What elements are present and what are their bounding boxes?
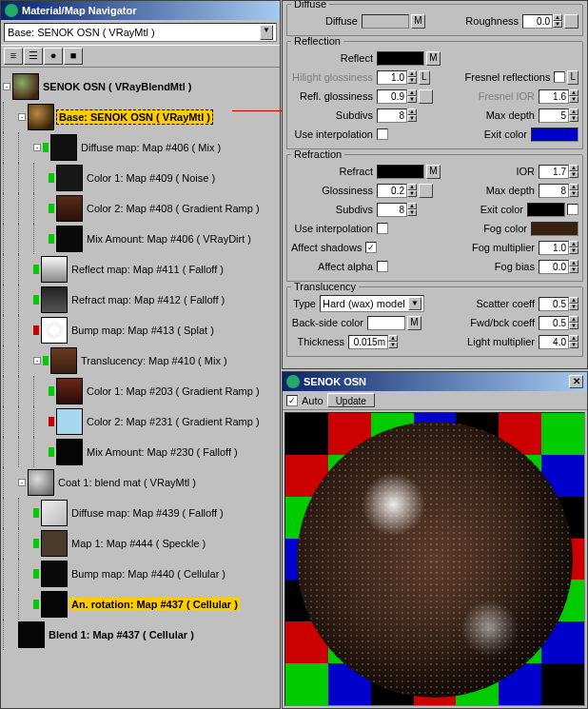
fog-bias-spinner[interactable]: ▲▼ [539, 260, 578, 274]
light-mult-spinner[interactable]: ▲▼ [539, 335, 578, 349]
material-swatch[interactable] [41, 286, 68, 313]
update-button[interactable]: Update [327, 393, 375, 407]
diffuse-map-button[interactable]: M [411, 14, 425, 29]
refr-interp-checkbox[interactable] [377, 223, 388, 234]
material-swatch[interactable] [50, 134, 77, 161]
material-swatch[interactable] [12, 73, 39, 100]
material-swatch[interactable] [56, 439, 83, 465]
hilight-lock-button[interactable]: L [419, 70, 430, 85]
refl-interp-checkbox[interactable] [377, 128, 388, 140]
enabled-flag[interactable] [49, 204, 54, 213]
tree-toggle[interactable]: - [3, 83, 10, 90]
refl-gloss-map-button[interactable] [419, 89, 433, 104]
material-swatch[interactable] [28, 104, 54, 130]
dropdown-icon[interactable]: ▼ [408, 297, 421, 310]
material-swatch[interactable] [56, 165, 83, 191]
tree-node[interactable]: Color 2: Map #408 ( Gradient Ramp ) [3, 193, 278, 224]
enabled-flag[interactable] [33, 600, 39, 609]
enabled-flag[interactable] [49, 447, 54, 457]
diffuse-color[interactable] [362, 14, 409, 29]
material-swatch[interactable] [56, 408, 83, 435]
material-swatch[interactable] [41, 591, 68, 618]
material-swatch[interactable] [56, 226, 83, 252]
refract-map-button[interactable]: M [426, 165, 441, 179]
material-swatch[interactable] [18, 621, 45, 648]
tree-node[interactable]: Color 1: Map #409 ( Noise ) [3, 163, 278, 193]
tree-node[interactable]: Blend 1: Map #437 ( Cellular ) [3, 620, 278, 650]
tree-node[interactable]: -Translucency: Map #410 ( Mix ) [3, 345, 278, 376]
material-swatch[interactable] [28, 469, 54, 496]
enabled-flag[interactable] [33, 325, 39, 335]
view-cube-button[interactable]: ■ [64, 48, 83, 65]
back-color-map-button[interactable]: M [407, 316, 421, 330]
affect-shadows-checkbox[interactable]: ✓ [365, 242, 377, 253]
scatter-spinner[interactable]: ▲▼ [539, 297, 578, 311]
fwd-spinner[interactable]: ▲▼ [539, 316, 578, 330]
material-swatch[interactable] [50, 347, 77, 374]
tree-node[interactable]: Mix Amount: Map #406 ( VRayDirt ) [3, 224, 278, 254]
tree-node[interactable]: Bump map: Map #413 ( Splat ) [3, 315, 278, 345]
material-swatch[interactable] [41, 500, 68, 526]
material-swatch[interactable] [41, 256, 68, 283]
refr-subdivs-spinner[interactable]: ▲▼ [377, 203, 417, 217]
tree-toggle[interactable]: - [33, 357, 41, 364]
refract-color[interactable] [377, 165, 424, 179]
tree-node[interactable]: -Diffuse map: Map #406 ( Mix ) [3, 132, 278, 163]
preview-viewport[interactable] [284, 412, 585, 706]
close-button[interactable]: ✕ [569, 375, 583, 388]
tree-toggle[interactable]: - [18, 479, 26, 486]
enabled-flag[interactable] [43, 356, 49, 365]
ior-spinner[interactable]: ▲▼ [539, 165, 578, 179]
view-icons-button[interactable]: ☰ [24, 48, 43, 65]
affect-alpha-checkbox[interactable] [377, 261, 388, 272]
tree-node[interactable]: Refract map: Map #412 ( Falloff ) [3, 285, 278, 315]
refr-exit-color[interactable] [527, 203, 565, 217]
enabled-flag[interactable] [33, 539, 39, 548]
roughness-map-button[interactable] [564, 14, 578, 29]
enabled-flag[interactable] [33, 569, 39, 579]
enabled-flag[interactable] [33, 508, 39, 518]
tree-node[interactable]: Mix Amount: Map #230 ( Falloff ) [3, 437, 278, 467]
refl-subdivs-spinner[interactable]: ▲▼ [377, 108, 417, 123]
material-tree[interactable]: -SENOK OSN ( VRayBlendMtl )-Base: SENOK … [1, 68, 280, 708]
enabled-flag[interactable] [49, 234, 54, 244]
tree-node[interactable]: Reflect map: Map #411 ( Falloff ) [3, 254, 278, 285]
tree-node[interactable]: Color 2: Map #231 ( Gradient Ramp ) [3, 406, 278, 437]
tree-node[interactable]: Map 1: Map #444 ( Speckle ) [3, 528, 278, 559]
roughness-spinner[interactable]: ▲▼ [522, 14, 562, 29]
refr-maxdepth-spinner[interactable]: ▲▼ [539, 184, 578, 198]
reflect-map-button[interactable]: M [426, 51, 441, 66]
tree-node[interactable]: -Base: SENOK OSN ( VRayMtl ) [3, 102, 278, 132]
refl-maxdepth-spinner[interactable]: ▲▼ [539, 108, 578, 123]
navigator-combo[interactable]: Base: SENOK OSN ( VRayMtl ) ▼ [4, 23, 277, 42]
material-swatch[interactable] [56, 378, 83, 404]
enabled-flag[interactable] [33, 265, 39, 274]
enabled-flag[interactable] [49, 386, 54, 396]
enabled-flag[interactable] [49, 417, 54, 426]
tree-toggle[interactable]: - [33, 144, 41, 151]
trans-type-combo[interactable]: Hard (wax) model▼ [320, 295, 424, 312]
refl-gloss-spinner[interactable]: ▲▼ [377, 89, 417, 104]
tree-node[interactable]: Diffuse map: Map #439 ( Falloff ) [3, 498, 278, 528]
material-swatch[interactable] [41, 561, 68, 587]
enabled-flag[interactable] [43, 143, 49, 152]
view-sphere-button[interactable]: ● [44, 48, 63, 65]
hilight-spinner[interactable]: ▲▼ [377, 70, 417, 85]
tree-node[interactable]: An. rotation: Map #437 ( Cellular ) [3, 589, 278, 620]
tree-node[interactable]: -Coat 1: blend mat ( VRayMtl ) [3, 467, 278, 498]
reflect-color[interactable] [377, 51, 424, 66]
view-list-button[interactable]: ≡ [4, 48, 23, 65]
tree-node[interactable]: -SENOK OSN ( VRayBlendMtl ) [3, 71, 278, 102]
tree-node[interactable]: Bump map: Map #440 ( Cellular ) [3, 559, 278, 589]
material-swatch[interactable] [56, 195, 83, 222]
refr-gloss-spinner[interactable]: ▲▼ [377, 184, 417, 198]
fresnel-ior-spinner[interactable]: ▲▼ [539, 89, 578, 104]
material-swatch[interactable] [41, 317, 68, 344]
enabled-flag[interactable] [33, 295, 39, 305]
refr-gloss-map-button[interactable] [419, 184, 433, 198]
fresnel-lock-button[interactable]: L [567, 70, 578, 85]
refr-exit-checkbox[interactable] [567, 204, 578, 215]
tree-toggle[interactable]: - [18, 113, 26, 121]
fog-color[interactable] [531, 222, 578, 236]
thickness-spinner[interactable]: ▲▼ [348, 335, 398, 349]
